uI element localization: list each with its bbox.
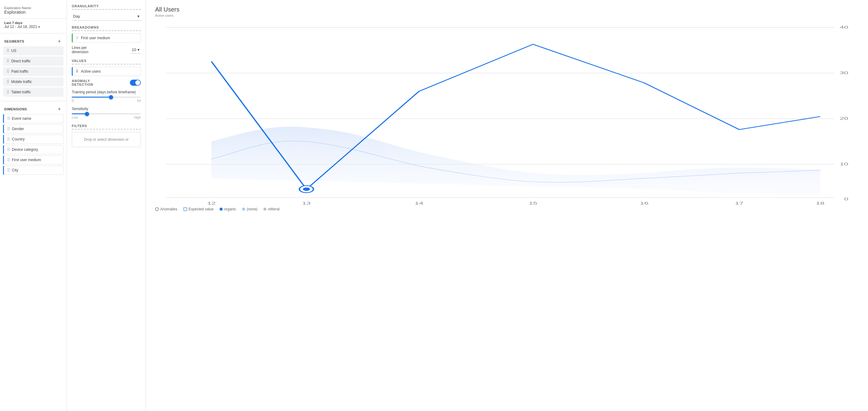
chart-title: All Users bbox=[155, 6, 859, 13]
dimension-city[interactable]: ⠿ City bbox=[3, 166, 64, 175]
training-period-label: Training period (days before timeframe) bbox=[72, 90, 141, 94]
granularity-select[interactable]: Day ▾ bbox=[72, 12, 141, 21]
granularity-value: Day bbox=[73, 14, 80, 19]
active-users-chip[interactable]: ⠿ Active users bbox=[72, 67, 141, 76]
svg-text:10: 10 bbox=[840, 162, 848, 166]
svg-text:40: 40 bbox=[840, 25, 848, 29]
add-segment-button[interactable]: + bbox=[56, 38, 62, 44]
dimension-gender[interactable]: ⠿ Gender bbox=[3, 124, 64, 133]
dimension-first-user-medium[interactable]: ⠿ First user medium bbox=[3, 155, 64, 164]
slider-range: 0 54 bbox=[72, 99, 141, 102]
lines-per-dimension-select[interactable]: 10 ▾ bbox=[131, 46, 141, 54]
svg-text:20: 20 bbox=[840, 116, 848, 120]
dimensions-title: DIMENSIONS bbox=[4, 107, 27, 111]
granularity-title: GRANULARITY bbox=[72, 4, 141, 10]
sensitivity-thumb[interactable] bbox=[85, 112, 89, 116]
breakdown-label: First user medium bbox=[81, 36, 110, 40]
dimension-label: Event name bbox=[12, 117, 31, 121]
segment-label: Paid traffic bbox=[11, 69, 28, 73]
svg-text:18: 18 bbox=[816, 201, 825, 204]
slider-track bbox=[72, 97, 141, 98]
sensitivity-section: Sensitivity Low High bbox=[72, 107, 141, 119]
anomaly-toggle[interactable] bbox=[130, 80, 141, 86]
breakdown-chip[interactable]: ⠿ First user medium bbox=[72, 33, 141, 42]
lines-per-dimension-row: Lines perdimension 10 ▾ bbox=[72, 45, 141, 54]
values-title: VALUES bbox=[72, 59, 141, 64]
dimension-label: Gender bbox=[12, 127, 24, 131]
chart-wrapper: 40 30 20 10 0 12 Jul 13 14 15 16 17 bbox=[155, 22, 859, 204]
add-dimension-button[interactable]: + bbox=[56, 106, 62, 112]
sensitivity-range: Low High bbox=[72, 116, 141, 119]
organic-legend-label: organic bbox=[224, 207, 236, 211]
date-range-arrow: ▾ bbox=[38, 25, 40, 29]
right-panel: All Users Active users 40 30 20 10 0 bbox=[146, 0, 868, 411]
segments-list: ⠿ US ⠿ Direct traffic ⠿ Paid traffic ⠿ M… bbox=[0, 46, 67, 99]
organic-legend-dot bbox=[220, 208, 223, 211]
exploration-name-label: Exploration Name: bbox=[4, 6, 62, 10]
anomalies-legend-label: Anomalies bbox=[160, 207, 177, 211]
anomaly-center-dot bbox=[303, 187, 310, 191]
segment-mobile-traffic[interactable]: ⠿ Mobile traffic bbox=[3, 77, 64, 86]
legend-none: (none) bbox=[242, 207, 257, 211]
slider-max: 54 bbox=[137, 99, 141, 102]
referral-legend-label: referral bbox=[268, 207, 279, 211]
active-users-label: Active users bbox=[81, 69, 101, 73]
filter-drop-zone[interactable]: Drop or select dimension or bbox=[72, 132, 141, 147]
anomaly-legend-icon bbox=[155, 207, 159, 211]
svg-text:12: 12 bbox=[207, 201, 216, 204]
dimension-event-name[interactable]: ⠿ Event name bbox=[3, 114, 64, 123]
sensitivity-label: Sensitivity bbox=[72, 107, 141, 111]
dimension-label: Device category bbox=[12, 148, 38, 152]
exploration-name-section: Exploration Name: Exploration bbox=[0, 4, 67, 18]
dimensions-header: DIMENSIONS + bbox=[0, 103, 67, 114]
segment-tablet-traffic[interactable]: ⠿ Tablet traffic bbox=[3, 88, 64, 97]
slider-min: 0 bbox=[72, 99, 73, 102]
sensitivity-track bbox=[72, 114, 141, 114]
none-legend-label: (none) bbox=[247, 207, 257, 211]
filter-drop-text: Drop or select dimension or bbox=[84, 137, 129, 142]
training-period-slider[interactable]: 0 54 bbox=[72, 97, 141, 102]
expected-legend-icon bbox=[183, 207, 187, 211]
sensitivity-slider[interactable]: Low High bbox=[72, 114, 141, 119]
segments-title: SEGMENTS bbox=[4, 39, 24, 43]
svg-text:16: 16 bbox=[640, 201, 648, 204]
anomaly-detection-section: ANOMALYDETECTION Training period (days b… bbox=[72, 79, 141, 119]
legend-anomalies: Anomalies bbox=[155, 207, 177, 211]
drag-icon: ⠿ bbox=[6, 59, 9, 64]
drag-icon: ⠿ bbox=[7, 126, 10, 131]
granularity-select-row: Day ▾ bbox=[72, 12, 141, 21]
svg-text:30: 30 bbox=[840, 70, 848, 75]
divider-1 bbox=[0, 33, 67, 33]
segment-label: US bbox=[11, 49, 17, 53]
drag-icon: ⠿ bbox=[7, 168, 10, 173]
segment-us[interactable]: ⠿ US bbox=[3, 46, 64, 55]
slider-thumb[interactable] bbox=[109, 95, 113, 99]
breakdowns-title: BREAKDOWNS bbox=[72, 26, 141, 31]
drag-icon: ⠿ bbox=[7, 137, 10, 142]
value-drag-icon: ⠿ bbox=[76, 69, 79, 73]
referral-legend-dot bbox=[264, 208, 267, 211]
svg-text:15: 15 bbox=[529, 201, 537, 204]
dimension-device-category[interactable]: ⠿ Device category bbox=[3, 145, 64, 154]
svg-text:17: 17 bbox=[735, 201, 743, 204]
drag-icon: ⠿ bbox=[6, 69, 9, 74]
drag-icon: ⠿ bbox=[6, 80, 9, 84]
middle-panel: GRANULARITY Day ▾ BREAKDOWNS ⠿ First use… bbox=[67, 0, 146, 411]
dimension-label: First user medium bbox=[12, 158, 41, 162]
legend-organic: organic bbox=[220, 207, 236, 211]
chart-area: All Users Active users 40 30 20 10 0 bbox=[146, 0, 868, 411]
sensitivity-min: Low bbox=[72, 116, 78, 119]
exploration-name-value: Exploration bbox=[4, 10, 62, 14]
training-period-section: Training period (days before timeframe) … bbox=[72, 90, 141, 102]
none-legend-dot bbox=[242, 208, 245, 211]
dimension-country[interactable]: ⠿ Country bbox=[3, 135, 64, 144]
segment-label: Direct traffic bbox=[11, 59, 31, 63]
date-range-value[interactable]: Jul 12 - Jul 18, 2021 ▾ bbox=[4, 25, 62, 29]
chart-subtitle: Active users bbox=[155, 14, 859, 17]
segment-direct-traffic[interactable]: ⠿ Direct traffic bbox=[3, 57, 64, 66]
legend-referral: referral bbox=[264, 207, 279, 211]
segment-paid-traffic[interactable]: ⠿ Paid traffic bbox=[3, 67, 64, 76]
drag-icon: ⠿ bbox=[6, 90, 9, 95]
segment-label: Mobile traffic bbox=[11, 80, 32, 84]
lines-per-dimension-label: Lines perdimension bbox=[72, 45, 89, 54]
